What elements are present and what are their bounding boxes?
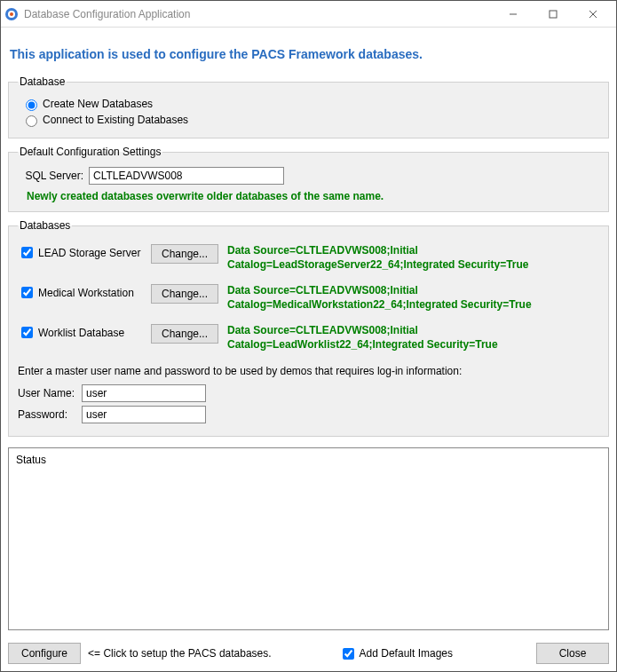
db-row-storage: LEAD Storage Server Change... Data Sourc… [18, 244, 599, 272]
create-new-radio-input[interactable] [26, 99, 37, 111]
credentials-prompt: Enter a master user name and password to… [18, 365, 599, 377]
sql-server-input[interactable] [89, 167, 284, 185]
connect-existing-radio[interactable]: Connect to Existing Databases [18, 113, 599, 127]
connect-existing-radio-label: Connect to Existing Databases [43, 114, 188, 126]
worklist-checkbox[interactable]: Worklist Database [18, 324, 151, 341]
default-config-legend: Default Configuration Settings [18, 146, 162, 158]
default-config-group: Default Configuration Settings SQL Serve… [8, 146, 609, 212]
banner-text: This application is used to configure th… [1, 28, 616, 74]
password-label: Password: [18, 408, 82, 421]
lead-storage-checkbox[interactable]: LEAD Storage Server [18, 244, 151, 261]
add-default-images-checkbox-input[interactable] [343, 648, 354, 660]
change-storage-button[interactable]: Change... [151, 244, 218, 264]
worklist-label: Worklist Database [38, 327, 124, 339]
medical-workstation-checkbox[interactable]: Medical Workstation [18, 284, 151, 301]
change-worklist-button[interactable]: Change... [151, 324, 218, 344]
worklist-checkbox-input[interactable] [21, 327, 33, 338]
databases-legend: Databases [18, 219, 72, 232]
window-title: Database Configuration Application [24, 8, 493, 20]
configure-button[interactable]: Configure [8, 643, 81, 664]
create-new-radio[interactable]: Create New Databases [18, 97, 599, 111]
status-label: Status [16, 454, 46, 466]
add-default-images-checkbox[interactable]: Add Default Images [339, 645, 453, 662]
medical-workstation-label: Medical Workstation [38, 287, 134, 299]
svg-rect-4 [550, 11, 557, 18]
database-group: Database Create New Databases Connect to… [8, 75, 609, 138]
bottom-bar: Configure <= Click to setup the PACS dat… [1, 636, 616, 671]
worklist-datasource: Data Source=CLTLEADVWS008;Initial Catalo… [227, 324, 599, 352]
lead-storage-label: LEAD Storage Server [38, 247, 140, 259]
databases-group: Databases LEAD Storage Server Change... … [8, 219, 609, 437]
change-workstation-button[interactable]: Change... [151, 284, 218, 304]
username-input[interactable] [82, 384, 206, 402]
sql-server-label: SQL Server: [18, 170, 89, 182]
close-window-button[interactable] [573, 2, 613, 27]
workstation-datasource: Data Source=CLTLEADVWS008;Initial Catalo… [227, 284, 599, 312]
password-input[interactable] [82, 406, 206, 423]
database-legend: Database [18, 75, 67, 88]
create-new-radio-label: Create New Databases [43, 98, 153, 110]
svg-point-2 [10, 12, 13, 16]
configure-hint: <= Click to setup the PACS databases. [88, 647, 272, 660]
medical-workstation-checkbox-input[interactable] [21, 287, 33, 298]
status-box: Status [8, 447, 609, 630]
maximize-button[interactable] [533, 2, 573, 27]
connect-existing-radio-input[interactable] [26, 115, 37, 127]
lead-storage-checkbox-input[interactable] [21, 247, 33, 258]
add-default-images-label: Add Default Images [360, 647, 453, 660]
db-row-worklist: Worklist Database Change... Data Source=… [18, 324, 599, 352]
username-label: User Name: [18, 387, 82, 399]
app-icon [4, 7, 19, 21]
overwrite-warning: Newly created databases overwrite older … [18, 190, 599, 202]
storage-datasource: Data Source=CLTLEADVWS008;Initial Catalo… [227, 244, 599, 272]
close-button[interactable]: Close [536, 643, 609, 664]
minimize-button[interactable] [493, 2, 533, 27]
db-row-workstation: Medical Workstation Change... Data Sourc… [18, 284, 599, 312]
titlebar: Database Configuration Application [1, 1, 616, 28]
